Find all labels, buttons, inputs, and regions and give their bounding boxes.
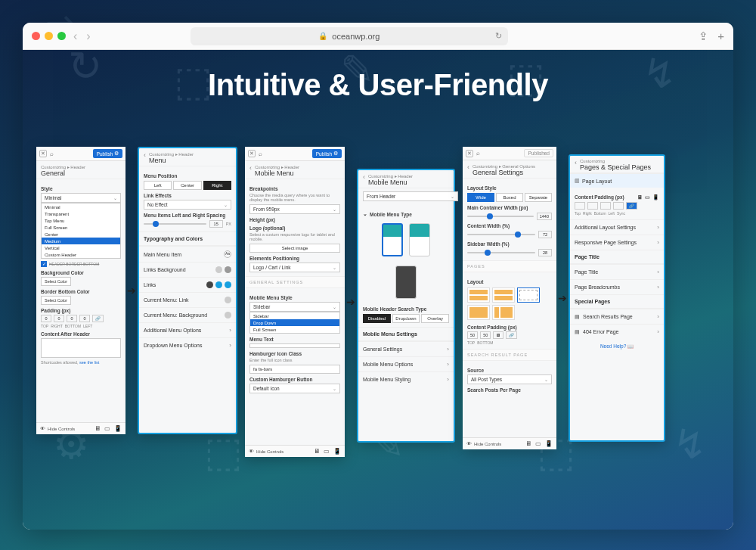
link-effects-dropdown[interactable]: No Effect⌄ [144,200,231,210]
from-header-dropdown[interactable]: From Header⌄ [363,191,458,201]
close-button[interactable]: ✕ [248,150,256,157]
hamburger-input[interactable]: fa fa-bars [249,365,340,374]
mobile-icon[interactable]: 📱 [545,440,553,447]
mobile-type-option[interactable] [395,266,417,299]
shortcodes-link[interactable]: see the list [79,360,99,365]
window-controls[interactable] [32,32,66,40]
chevron-right-icon: › [657,224,659,231]
link-icon[interactable]: 🔗 [506,331,517,339]
chevron-right-icon: › [447,376,449,383]
color-picker-button[interactable]: Select Color [41,296,71,305]
customizer-mobile-menu-popup: ‹ Customizing ▸ HeaderMobile Menu From H… [357,169,455,443]
back-icon[interactable]: ‹ [249,164,252,177]
desktop-icon[interactable]: 🖥 [493,331,503,339]
elements-dropdown[interactable]: Logo / Cart / Link⌄ [249,263,340,272]
content-textarea[interactable] [41,338,121,358]
zoom-dot[interactable] [57,32,66,40]
desktop-icon[interactable]: 🖥 [314,448,320,455]
mobile-icon[interactable]: 📱 [114,425,122,432]
nav-forward-icon[interactable]: › [85,30,91,43]
additional-options-row[interactable]: Additional Menu Options› [139,322,236,337]
gear-icon[interactable]: ⚙ [333,151,338,157]
main-width-slider[interactable]: 1440 [467,213,552,220]
mobile-type-option[interactable] [382,223,403,256]
mobile-styling-row[interactable]: Mobile Menu Styling› [358,371,454,387]
desktop-icon[interactable]: 🖥 [525,440,531,447]
close-dot[interactable] [32,32,40,40]
style-dropdown[interactable]: Minimal⌄ [41,193,121,203]
mobile-type-thumbnails[interactable] [363,219,449,261]
share-icon[interactable]: ⇪ [699,30,708,43]
back-icon[interactable]: ‹ [467,163,469,176]
chevron-right-icon: › [657,284,659,291]
checkbox[interactable]: ✓ [41,261,47,267]
mobile-icon[interactable]: 📱 [652,194,659,200]
gear-icon[interactable]: ⚙ [114,151,119,157]
eye-icon: 👁 [466,441,472,446]
sidebar-width-slider[interactable]: 28 [467,249,552,256]
back-icon[interactable]: ‹ [144,151,146,164]
hide-controls[interactable]: Hide Controls [256,449,284,454]
nav-back-icon[interactable]: ‹ [72,30,79,43]
publish-button[interactable]: Publish⚙ [312,149,342,158]
minimize-dot[interactable] [45,32,53,40]
search-icon[interactable]: ⌕ [50,151,54,157]
mobile-icon[interactable]: 📱 [333,448,341,455]
tablet-icon[interactable]: ▭ [645,194,650,200]
chevron-down-icon[interactable]: ⌄ [363,211,367,217]
menu-text-input[interactable] [249,343,340,348]
search-type-toggle[interactable]: Disabled Dropdown Overlay [363,314,449,323]
mobile-options-row[interactable]: Mobile Menu Options› [358,356,454,371]
typography-icon[interactable]: Aa [224,250,231,258]
hide-controls[interactable]: Hide Controls [474,442,501,446]
menu-position-toggle[interactable]: Left Center Right [144,181,231,190]
source-dropdown[interactable]: All Post Types⌄ [467,374,552,384]
spacing-slider[interactable]: 15 PX [144,220,231,228]
tablet-icon[interactable]: ▭ [535,440,541,447]
error-page-row[interactable]: ▤404 Error Page› [570,324,664,339]
desktop-icon[interactable]: 🖥 [94,425,101,432]
tablet-icon[interactable]: ▭ [104,425,110,432]
page-layout-row[interactable]: ▥Page Layout [570,173,664,188]
publish-button[interactable]: Publish ⚙ [93,149,122,158]
layout-grid[interactable] [467,286,552,322]
custom-hamburger-dropdown[interactable]: Default Icon⌄ [249,384,340,393]
need-help-link[interactable]: Need Help? 📖 [570,339,664,354]
link-icon[interactable]: 🔗 [92,315,104,322]
reload-icon[interactable]: ↻ [495,31,502,41]
chevron-right-icon: › [447,346,449,353]
layout-style-toggle[interactable]: Wide Boxed Separate [467,193,552,202]
style-label: Style [41,186,121,191]
chevron-right-icon: › [657,269,659,275]
tablet-icon[interactable]: ▭ [324,448,330,455]
close-button[interactable]: ✕ [466,150,473,157]
address-bar[interactable]: 🔒 oceanwp.org ↻ [191,27,508,45]
back-icon[interactable]: ‹ [575,159,577,171]
content-width-slider[interactable]: 72 [467,231,552,238]
search-results-row[interactable]: ▤Search Results Page› [570,309,664,324]
chevron-right-icon: › [657,313,659,320]
mobile-type-option[interactable] [409,223,430,256]
chevron-down-icon: ⌄ [333,386,336,391]
close-button[interactable]: ✕ [39,150,47,157]
hide-controls[interactable]: Hide Controls [48,427,75,431]
style-listbox[interactable]: Minimal Transparent Top Menu Full Screen… [41,203,121,259]
mobile-style-listbox[interactable]: Sidebar Drop Down Full Screen [249,312,340,334]
desktop-icon[interactable]: 🖥 [637,194,643,200]
sync-icon[interactable]: 🔗 [626,202,637,210]
breakpoints-dropdown[interactable]: From 959px⌄ [249,204,340,214]
back-icon[interactable]: ‹ [363,173,365,186]
general-settings-row[interactable]: General Settings› [358,341,454,356]
color-picker-button[interactable]: Select Color [41,277,71,286]
search-icon[interactable]: ⌕ [476,150,480,157]
dropdown-options-row[interactable]: Dropdown Menu Options› [139,337,236,353]
additional-layout-row[interactable]: Additional Layout Settings› [570,219,664,235]
responsive-settings-row[interactable]: Responsive Page Settings› [570,235,664,250]
select-image-button[interactable]: Select image [249,244,340,253]
search-icon[interactable]: ⌕ [259,151,262,157]
page-title-row[interactable]: Page Title› [570,264,664,279]
new-tab-icon[interactable]: + [717,30,724,43]
breadcrumbs-row[interactable]: Page Breadcrumbs› [570,279,664,294]
mobile-style-dropdown[interactable]: Sidebar⌄ [249,302,340,312]
customizer-general-settings-panel: ✕ ⌕ Published ‹ Customizing ▸ General Op… [463,147,556,449]
